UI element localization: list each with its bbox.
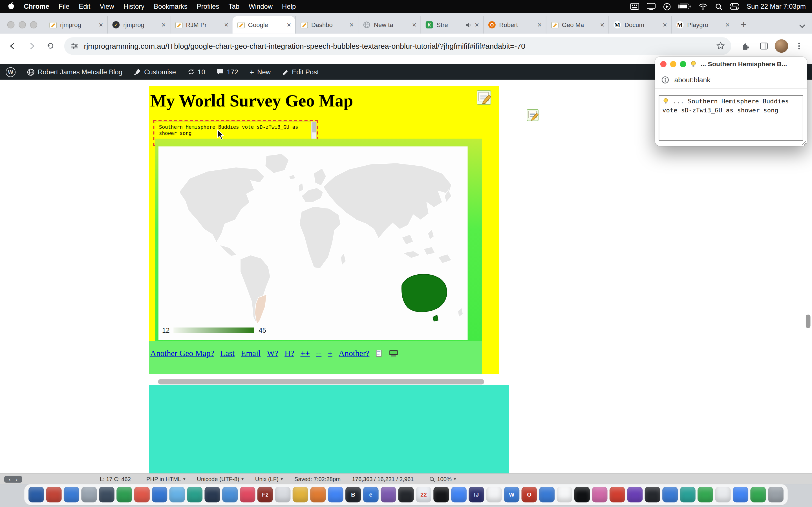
dock-app-icon[interactable]	[733, 487, 748, 502]
dock-app-icon[interactable]: B	[345, 487, 361, 502]
tab-close-icon[interactable]: ×	[663, 21, 667, 29]
popup-url[interactable]: about:blank	[674, 76, 710, 84]
wp-comments-menu[interactable]: 172	[211, 64, 244, 80]
dock-app-icon[interactable]	[46, 487, 61, 502]
nav-back-icon[interactable]: ‹	[9, 476, 10, 482]
dock-app-icon[interactable]	[610, 487, 625, 502]
link-another[interactable]: Another?	[339, 349, 369, 358]
dock-app-icon[interactable]	[398, 487, 414, 502]
tab-audio-icon[interactable]	[465, 21, 472, 28]
dock-app-icon[interactable]	[486, 487, 502, 502]
link-w[interactable]: W?	[267, 349, 278, 358]
menubar-clock[interactable]: Sun 22 Mar 7:03pm	[747, 3, 806, 10]
tab-document[interactable]: M Docum ×	[608, 16, 671, 34]
doc-icon[interactable]	[375, 350, 383, 357]
map-region-australia-highlight[interactable]	[402, 274, 447, 312]
bookmark-star-icon[interactable]	[716, 41, 725, 50]
tab-close-icon[interactable]: ×	[600, 21, 604, 29]
menu-file[interactable]: File	[54, 3, 74, 10]
keyboard-icon[interactable]	[630, 3, 639, 10]
popup-addressbar[interactable]: about:blank	[655, 71, 807, 89]
wp-logo-menu[interactable]: W	[0, 64, 21, 80]
new-tab-button[interactable]: +	[736, 17, 751, 33]
tab-playground[interactable]: M Playgro ×	[671, 16, 733, 34]
link-h[interactable]: H?	[285, 349, 294, 358]
textarea-scrollbar-thumb[interactable]	[312, 122, 316, 132]
dock-app-icon[interactable]	[240, 487, 255, 502]
dock-app-icon[interactable]	[592, 487, 607, 502]
encoding-select[interactable]: Unicode (UTF-8)▾	[197, 476, 244, 482]
menu-help[interactable]: Help	[277, 3, 301, 10]
dock-app-icon[interactable]	[222, 487, 238, 502]
dock-app-icon[interactable]	[205, 487, 220, 502]
tab-search-chevron-icon[interactable]	[799, 24, 806, 29]
chrome-menu-kebab-icon[interactable]	[792, 38, 807, 54]
dock-app-icon[interactable]: e	[363, 487, 378, 502]
menu-history[interactable]: History	[119, 3, 149, 10]
nav-forward-icon[interactable]: ›	[16, 476, 17, 482]
link-plus-plus[interactable]: ++	[301, 349, 310, 358]
tab-geo-map[interactable]: Geo Ma ×	[546, 16, 608, 34]
dock-app-icon-finder[interactable]	[29, 487, 44, 502]
editor-nav-buttons[interactable]: ‹ ›	[4, 476, 22, 483]
dock-app-icon[interactable]	[662, 487, 678, 502]
dock-app-icon[interactable]	[99, 487, 114, 502]
tab-close-icon[interactable]: ×	[475, 21, 479, 29]
dock-app-icon[interactable]	[81, 487, 97, 502]
dock-app-icon[interactable]	[645, 487, 660, 502]
info-icon[interactable]	[661, 76, 669, 84]
reload-button[interactable]	[43, 38, 58, 54]
dock-app-icon[interactable]	[698, 487, 713, 502]
window-zoom-button[interactable]	[30, 21, 38, 29]
dock-app-icon[interactable]	[451, 487, 467, 502]
menu-edit[interactable]: Edit	[74, 3, 95, 10]
profile-avatar[interactable]	[775, 39, 788, 53]
dock-app-icon[interactable]	[680, 487, 696, 502]
dock-app-icon[interactable]	[134, 487, 150, 502]
memo-icon-floating[interactable]	[526, 109, 540, 124]
resize-grip-icon[interactable]	[800, 139, 806, 145]
popup-titlebar[interactable]: ... Southern Hemisphere B...	[655, 57, 807, 71]
display-icon[interactable]	[647, 3, 656, 10]
dock-app-icon[interactable]	[750, 487, 766, 502]
line-ending-select[interactable]: Unix (LF)▾	[255, 476, 283, 482]
address-bar[interactable]: rjmprogramming.com.au/ITblog/google-char…	[64, 37, 731, 54]
dock-app-icon[interactable]	[380, 487, 396, 502]
menu-profiles[interactable]: Profiles	[192, 3, 224, 10]
memo-icon[interactable]	[476, 90, 493, 108]
link-minus-minus[interactable]: --	[316, 349, 322, 358]
window-minimize-button[interactable]	[18, 21, 26, 29]
side-panel-icon[interactable]	[756, 38, 772, 54]
geochart[interactable]: 12 45	[158, 147, 468, 340]
dock-app-icon[interactable]	[64, 487, 79, 502]
window-close-button[interactable]	[7, 21, 15, 29]
world-map[interactable]	[158, 147, 468, 340]
dock-app-icon[interactable]	[539, 487, 555, 502]
control-center-icon[interactable]	[730, 3, 739, 10]
dock-app-icon[interactable]	[187, 487, 202, 502]
menu-view[interactable]: View	[95, 3, 119, 10]
tab-close-icon[interactable]: ×	[349, 21, 354, 29]
tab-close-icon[interactable]: ×	[99, 21, 103, 29]
tab-close-icon[interactable]: ×	[287, 21, 291, 29]
menu-app-name[interactable]: Chrome	[19, 3, 54, 10]
tab-rjmprog-1[interactable]: rjmprog ×	[45, 16, 107, 34]
dock-app-icon[interactable]	[557, 487, 572, 502]
popup-zoom-button[interactable]	[680, 61, 686, 67]
menu-bookmarks[interactable]: Bookmarks	[149, 3, 192, 10]
tab-close-icon[interactable]: ×	[412, 21, 416, 29]
wifi-icon[interactable]	[698, 3, 707, 10]
dock-app-icon[interactable]	[275, 487, 290, 502]
link-last[interactable]: Last	[220, 349, 235, 358]
link-another-geo-map[interactable]: Another Geo Map?	[150, 349, 214, 358]
back-button[interactable]	[5, 38, 20, 54]
play-icon[interactable]	[663, 3, 671, 10]
vertical-scrollbar-thumb[interactable]	[806, 315, 811, 328]
dock-app-icon[interactable]	[574, 487, 590, 502]
horizontal-scrollbar-thumb[interactable]	[158, 379, 484, 384]
apple-menu[interactable]	[3, 2, 19, 11]
url-text[interactable]: rjmprogramming.com.au/ITblog/google-char…	[84, 42, 711, 50]
popup-minimize-button[interactable]	[670, 61, 676, 67]
tab-new-tab[interactable]: New ta ×	[358, 16, 420, 34]
zoom-control[interactable]: 100%▾	[429, 476, 456, 482]
